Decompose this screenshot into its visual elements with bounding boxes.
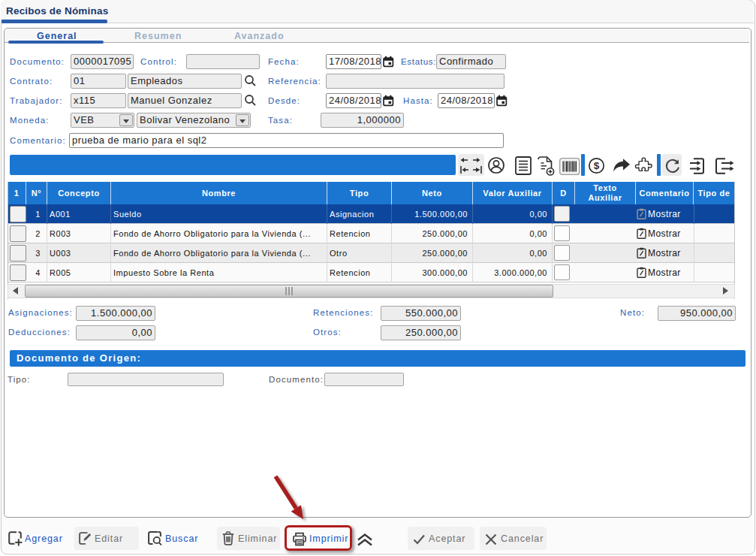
svg-text:$: $ <box>594 160 600 171</box>
